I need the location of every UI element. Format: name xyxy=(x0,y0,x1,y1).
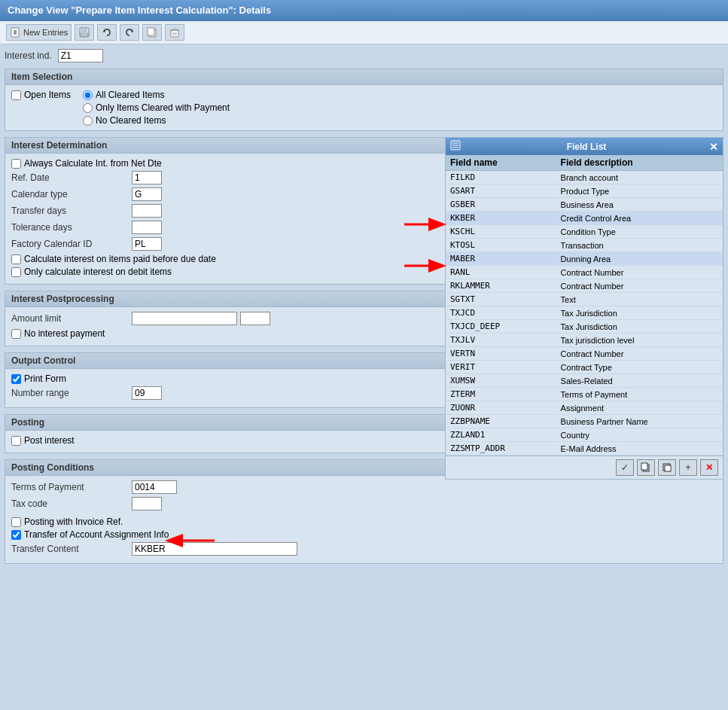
only-cleared-payment-label: Only Items Cleared with Payment xyxy=(96,102,230,113)
terms-payment-input[interactable] xyxy=(132,480,177,494)
open-items-checkbox[interactable] xyxy=(11,90,21,100)
field-desc-cell: E-Mail Address xyxy=(556,442,723,456)
tolerance-days-input[interactable] xyxy=(132,221,162,234)
always-calc-label: Always Calculate Int. from Net Dte xyxy=(24,158,162,169)
field-desc-cell: Credit Control Area xyxy=(556,212,723,225)
save-icon xyxy=(78,26,90,38)
field-desc-cell: Product Type xyxy=(556,184,723,198)
field-name-cell: ZZBPNAME xyxy=(446,415,556,428)
calendar-type-label: Calendar type xyxy=(11,189,132,200)
number-range-input[interactable] xyxy=(132,386,162,400)
interest-ind-input[interactable] xyxy=(58,49,103,62)
field-list-row[interactable]: KSCHLCondition Type xyxy=(446,225,723,239)
col-field-desc-header: Field description xyxy=(556,155,723,171)
copy-button[interactable] xyxy=(142,24,162,41)
field-list-row[interactable]: TXJLVTax jurisdiction level xyxy=(446,334,723,347)
ref-date-label: Ref. Date xyxy=(11,172,132,183)
posting-invoice-checkbox[interactable] xyxy=(11,517,21,527)
factory-calendar-input[interactable] xyxy=(132,237,162,251)
field-list-table: Field name Field description FILKDBranch… xyxy=(446,155,723,456)
interest-ind-row: Interest ind. xyxy=(5,49,723,62)
footer-copy1-button[interactable] xyxy=(637,459,655,476)
always-calc-checkbox[interactable] xyxy=(11,159,21,169)
field-list-row[interactable]: VERTNContract Number xyxy=(446,347,723,361)
transfer-account-checkbox[interactable] xyxy=(11,530,21,540)
field-list-row[interactable]: VERITContract Type xyxy=(446,361,723,374)
amount-limit-input1[interactable] xyxy=(132,312,237,325)
field-list-row[interactable]: RANLContract Number xyxy=(446,266,723,279)
field-name-cell: GSBER xyxy=(446,198,556,212)
no-interest-checkbox[interactable] xyxy=(11,329,21,339)
amount-limit-input2[interactable] xyxy=(240,312,270,325)
svg-rect-6 xyxy=(81,33,88,36)
field-name-cell: SGTXT xyxy=(446,293,556,306)
field-name-cell: TXJCD_DEEP xyxy=(446,320,556,334)
post-interest-checkbox[interactable] xyxy=(11,436,21,446)
field-list-row[interactable]: XUMSWSales-Related xyxy=(446,374,723,388)
field-list-close-button[interactable]: ✕ xyxy=(709,141,718,153)
all-cleared-radio[interactable] xyxy=(83,90,93,100)
redo-button[interactable] xyxy=(120,24,139,41)
field-desc-cell: Tax Jurisdiction xyxy=(556,306,723,320)
title-bar: Change View "Prepare Item Interest Calcu… xyxy=(0,0,728,21)
calendar-type-input[interactable] xyxy=(132,187,162,201)
field-desc-cell: Tax Jurisdiction xyxy=(556,320,723,334)
field-list-row[interactable]: TXJCD_DEEPTax Jurisdiction xyxy=(446,320,723,334)
field-list-row[interactable]: KTOSLTransaction xyxy=(446,239,723,252)
field-list-row[interactable]: SGTXTText xyxy=(446,293,723,306)
field-name-cell: RANL xyxy=(446,266,556,279)
field-name-cell: ZUONR xyxy=(446,401,556,415)
new-entries-button[interactable]: New Entries xyxy=(6,24,72,41)
delete-button[interactable] xyxy=(165,24,184,41)
field-list-row[interactable]: ZZBPNAMEBusiness Partner Name xyxy=(446,415,723,428)
field-list-row[interactable]: ZTERMTerms of Payment xyxy=(446,388,723,401)
calc-interest-checkbox[interactable] xyxy=(11,254,21,264)
field-list-row[interactable]: ZZLAND1Country xyxy=(446,428,723,442)
no-cleared-radio[interactable] xyxy=(83,116,93,126)
field-list-row[interactable]: TXJCDTax Jurisdiction xyxy=(446,306,723,320)
field-list-scroll[interactable]: Field name Field description FILKDBranch… xyxy=(446,155,723,456)
only-cleared-payment-radio[interactable] xyxy=(83,103,93,113)
two-column-main: Interest Determination Always Calculate … xyxy=(5,137,723,570)
undo-button[interactable] xyxy=(97,24,117,41)
field-list-row[interactable]: ZUONRAssignment xyxy=(446,401,723,415)
field-list-row[interactable]: RKLAMMERContract Number xyxy=(446,279,723,293)
field-name-cell: FILKD xyxy=(446,171,556,184)
field-list-row[interactable]: GSARTProduct Type xyxy=(446,184,723,198)
transfer-days-label: Transfer days xyxy=(11,206,132,216)
field-list-header: Field List ✕ xyxy=(446,138,723,155)
print-form-checkbox[interactable] xyxy=(11,374,21,384)
field-list-row[interactable]: MABERDunning Area xyxy=(446,252,723,266)
field-name-cell: RKLAMMER xyxy=(446,279,556,293)
tax-code-input[interactable] xyxy=(132,497,162,510)
transfer-content-label: Transfer Content xyxy=(11,544,132,554)
only-debit-checkbox[interactable] xyxy=(11,267,21,277)
field-list-row[interactable]: FILKDBranch account xyxy=(446,171,723,184)
svg-rect-25 xyxy=(641,463,647,470)
field-name-cell: KSCHL xyxy=(446,225,556,239)
posting-invoice-row: Posting with Invoice Ref. xyxy=(11,517,717,527)
no-cleared-label: No Cleared Items xyxy=(96,115,166,126)
save-button[interactable] xyxy=(75,24,94,41)
terms-payment-row: Terms of Payment xyxy=(11,480,717,494)
field-name-cell: TXJCD xyxy=(446,306,556,320)
footer-copy2-button[interactable] xyxy=(658,459,676,476)
field-list-row[interactable]: GSBERBusiness Area xyxy=(446,198,723,212)
field-list-row[interactable]: KKBERCredit Control Area xyxy=(446,212,723,225)
delete-icon xyxy=(169,26,181,38)
ref-date-input[interactable] xyxy=(132,171,162,184)
footer-check-button[interactable]: ✓ xyxy=(616,459,634,476)
new-entries-icon xyxy=(10,26,22,38)
svg-rect-5 xyxy=(82,28,86,32)
transfer-days-input[interactable] xyxy=(132,204,162,218)
footer-delete-button[interactable]: ✕ xyxy=(700,459,718,476)
svg-rect-10 xyxy=(148,28,154,35)
copy-icon xyxy=(146,26,158,38)
redo-icon xyxy=(123,26,136,38)
field-list-icon xyxy=(450,140,461,151)
field-list-row[interactable]: ZZSMTP_ADDRE-Mail Address xyxy=(446,442,723,456)
field-desc-cell: Sales-Related xyxy=(556,374,723,388)
field-desc-cell: Contract Number xyxy=(556,347,723,361)
footer-plus-button[interactable]: + xyxy=(679,459,697,476)
amount-limit-label: Amount limit xyxy=(11,313,132,324)
